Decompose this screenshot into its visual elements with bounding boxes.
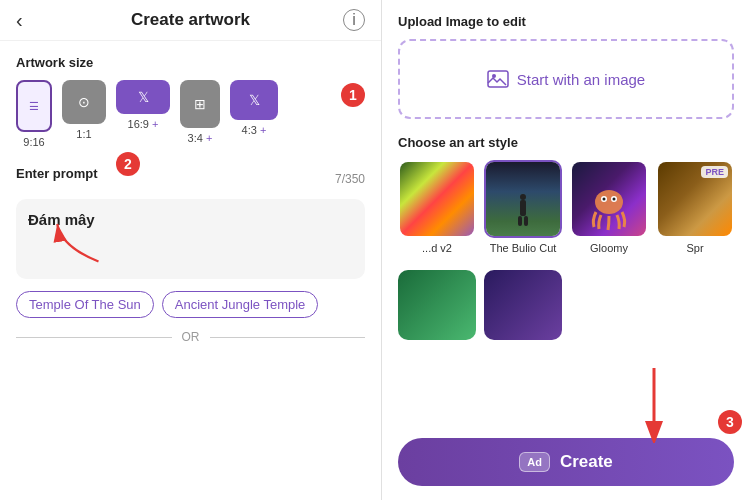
svg-rect-4 [520,200,526,216]
size-4-3-box: 𝕏 [230,80,278,120]
prompt-label: Enter prompt [16,166,98,181]
image-icon [487,70,509,88]
upload-label: Upload Image to edit [398,14,734,29]
svg-point-11 [613,198,616,201]
art-style-graffiti-name: ...d v2 [422,242,452,254]
left-panel: ‹ Create artwork i Artwork size ☰ 9:16 ⊙ [0,0,382,500]
art-styles: ...d v2 The Bulio Cut [398,160,734,254]
person-silhouette-icon [513,192,533,232]
info-button[interactable]: i [343,9,365,31]
svg-rect-5 [518,216,522,226]
octopus-icon [584,182,634,232]
page-title: Create artwork [131,10,250,30]
size-3-4-label: 3:4 + [188,132,213,144]
prompt-section: Enter prompt 7/350 2 Đám mây [16,166,365,279]
size-16-9-label: 16:9 + [128,118,159,130]
left-content: Artwork size ☰ 9:16 ⊙ 1:1 [0,41,381,500]
size-9-16[interactable]: ☰ 9:16 [16,80,52,148]
art-styles-row2 [398,270,734,340]
size-16-9-box: 𝕏 [116,80,170,114]
right-panel: Upload Image to edit Start with an image… [382,0,750,500]
art-style-bulio[interactable]: The Bulio Cut [484,160,562,254]
art-style-spr-name: Spr [686,242,703,254]
arrow-to-create-icon [629,363,679,443]
prompt-textarea[interactable]: Đám mây [16,199,365,279]
upload-box[interactable]: Start with an image [398,39,734,119]
size-1-1-box: ⊙ [62,80,106,124]
prompt-row: Enter prompt 7/350 2 [16,166,365,191]
or-line-right [210,337,366,338]
upload-inner: Start with an image [487,70,645,88]
or-text: OR [182,330,200,344]
art-style-label: Choose an art style [398,135,734,150]
or-divider: OR [16,330,365,344]
gloomy-bg [572,162,646,236]
size-9-16-box: ☰ [16,80,52,132]
annotation-3-badge: 3 [718,410,742,434]
size-3-4-box: ⊞ [180,80,220,128]
art-style-bulio-name: The Bulio Cut [490,242,557,254]
size-1-1-label: 1:1 [76,128,91,140]
create-button[interactable]: Ad Create 3 [398,438,734,486]
size-4-3[interactable]: 𝕏 4:3 + [230,80,278,148]
art-style-bulio-thumb [484,160,562,238]
create-bar: Ad Create 3 [398,438,734,486]
art-style-spr[interactable]: PRE Spr [656,160,734,254]
or-line-left [16,337,172,338]
suggestions: Temple Of The Sun Ancient Jungle Temple [16,291,365,318]
art-style-gloomy-thumb [570,160,648,238]
svg-rect-6 [524,216,528,226]
svg-point-3 [520,194,526,200]
bulio-bg [486,162,560,236]
size-1-1[interactable]: ⊙ 1:1 [62,80,106,148]
size-4-3-label: 4:3 + [242,124,267,136]
size-3-4[interactable]: ⊞ 3:4 + [180,80,220,148]
size-16-9[interactable]: 𝕏 16:9 + [116,80,170,148]
art-style-extra-1[interactable] [398,270,476,340]
create-btn-label: Create [560,452,613,472]
upload-btn-text: Start with an image [517,71,645,88]
art-style-spr-thumb: PRE [656,160,734,238]
header: ‹ Create artwork i [0,0,381,41]
svg-point-7 [595,190,623,214]
size-9-16-label: 9:16 [23,136,44,148]
prompt-count: 7/350 [335,172,365,186]
size-options: ☰ 9:16 ⊙ 1:1 𝕏 16:9 + [16,80,365,148]
ad-badge: Ad [519,452,550,472]
artwork-size-section: Artwork size ☰ 9:16 ⊙ 1:1 [16,55,365,148]
pre-badge: PRE [701,166,728,178]
art-style-gloomy[interactable]: Gloomy [570,160,648,254]
suggestion-temple[interactable]: Temple Of The Sun [16,291,154,318]
art-style-graffiti-thumb [398,160,476,238]
artwork-size-label: Artwork size [16,55,365,70]
annotation-1-badge: 1 [341,83,365,107]
svg-point-10 [603,198,606,201]
art-style-gloomy-name: Gloomy [590,242,628,254]
prompt-text: Đám mây [28,211,95,228]
graffiti-bg [400,162,474,236]
annotation-2-badge: 2 [116,152,140,176]
art-style-graffiti[interactable]: ...d v2 [398,160,476,254]
art-style-extra-2[interactable] [484,270,562,340]
back-button[interactable]: ‹ [16,9,23,32]
suggestion-jungle[interactable]: Ancient Jungle Temple [162,291,319,318]
